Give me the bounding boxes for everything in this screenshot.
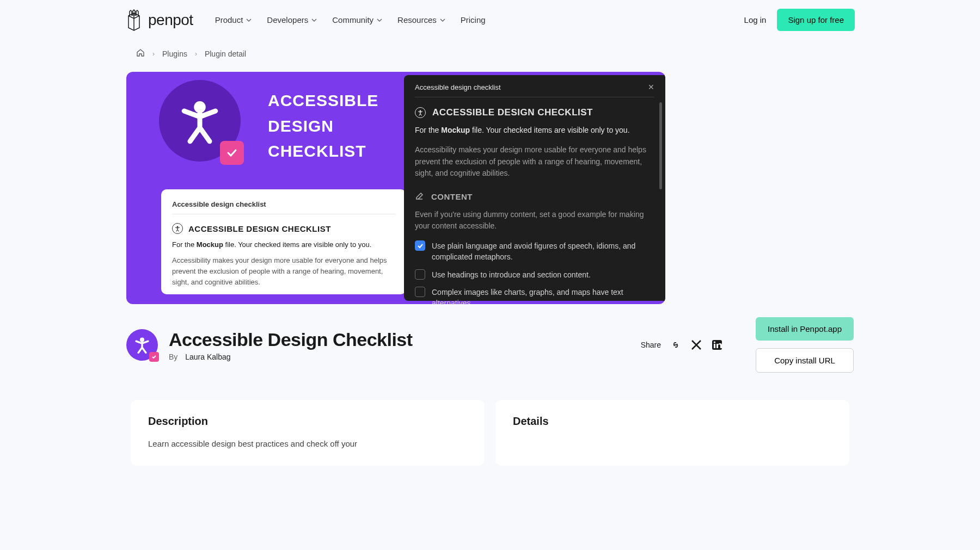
dark-tab: Accessible design checklist ✕ xyxy=(415,83,654,97)
sub-bold: Mockup xyxy=(441,126,470,134)
action-buttons: Install in Penpot.app Copy install URL xyxy=(756,317,854,373)
breadcrumb: › Plugins › Plugin detail xyxy=(0,40,980,72)
edit-icon xyxy=(415,191,425,201)
check-label: Use plain language and avoid figures of … xyxy=(432,240,654,263)
check-item-1: Use headings to introduce and section co… xyxy=(415,269,654,280)
nav-resources-label: Resources xyxy=(397,15,437,24)
details-title: Details xyxy=(513,415,832,428)
checkmark-icon xyxy=(225,146,238,159)
light-card-desc: Accessibility makes your design more usa… xyxy=(172,255,395,288)
sub-bold: Mockup xyxy=(197,240,223,249)
nav-product-label: Product xyxy=(215,15,243,24)
nav-developers[interactable]: Developers xyxy=(267,15,317,24)
check-label: Complex images like charts, graphs, and … xyxy=(432,287,654,304)
description-panel: Description Learn accessible design best… xyxy=(131,400,485,466)
header-actions: Log in Sign up for free xyxy=(744,9,855,31)
sub-prefix: For the xyxy=(415,126,441,134)
sub-suffix: file. Your checked items are visible onl… xyxy=(223,240,371,249)
light-card-head-text: ACCESSIBLE DESIGN CHECKLIST xyxy=(188,224,331,233)
check-label: Use headings to introduce and section co… xyxy=(432,269,591,280)
checkbox[interactable] xyxy=(415,269,425,280)
penpot-icon xyxy=(125,9,143,31)
scrollbar[interactable] xyxy=(659,102,662,189)
dark-section-head: CONTENT xyxy=(415,191,654,201)
person-icon xyxy=(175,96,224,145)
share-linkedin-icon[interactable] xyxy=(711,339,723,351)
chevron-down-icon xyxy=(377,17,382,23)
plugin-title: Accessible Design Checklist xyxy=(169,329,413,350)
brand-name: penpot xyxy=(148,11,193,29)
share-link-icon[interactable] xyxy=(670,339,682,351)
dark-tab-label: Accessible design checklist xyxy=(415,83,501,91)
breadcrumb-plugins[interactable]: Plugins xyxy=(162,50,187,58)
light-card-tab: Accessible design checklist xyxy=(172,200,395,214)
share-x-icon[interactable] xyxy=(690,339,702,351)
chevron-down-icon xyxy=(440,17,445,23)
checkmark-icon xyxy=(151,354,157,360)
description-body: Learn accessible design best practices a… xyxy=(148,437,467,450)
sub-prefix: For the xyxy=(172,240,197,249)
check-badge-icon xyxy=(149,352,159,362)
checkmark-icon xyxy=(417,243,424,249)
login-link[interactable]: Log in xyxy=(744,15,767,24)
accessibility-mini-icon xyxy=(172,223,183,234)
dark-desc: Accessibility makes your design more usa… xyxy=(415,144,654,180)
check-badge-icon xyxy=(220,141,244,165)
plugin-title-block: Accessible Design Checklist By Laura Kal… xyxy=(169,329,413,361)
main-header: penpot Product Developers Community Reso… xyxy=(0,0,980,40)
nav-community-label: Community xyxy=(332,15,373,24)
plugin-icon xyxy=(126,329,158,361)
content-row: Description Learn accessible design best… xyxy=(131,400,849,466)
accessibility-mini-icon xyxy=(415,107,426,118)
details-panel: Details xyxy=(495,400,849,466)
dark-head-text: ACCESSIBLE DESIGN CHECKLIST xyxy=(432,107,593,118)
dark-sub: For the Mockup file. Your checked items … xyxy=(415,126,654,134)
check-item-2: Complex images like charts, graphs, and … xyxy=(415,287,654,304)
person-icon xyxy=(133,336,151,354)
share-block: Share xyxy=(641,339,723,351)
light-card-sub: For the Mockup file. Your checked items … xyxy=(172,240,395,249)
home-icon xyxy=(136,48,145,57)
nav-pricing-label: Pricing xyxy=(461,15,486,24)
breadcrumb-current: Plugin detail xyxy=(205,50,246,58)
accessibility-icon xyxy=(159,80,241,162)
chevron-right-icon: › xyxy=(195,50,197,58)
author-name: Laura Kalbag xyxy=(185,353,230,361)
signup-button[interactable]: Sign up for free xyxy=(777,9,855,31)
nav-product[interactable]: Product xyxy=(215,15,252,24)
check-item-0: Use plain language and avoid figures of … xyxy=(415,240,654,263)
by-label: By xyxy=(169,353,177,361)
share-label: Share xyxy=(641,341,661,349)
breadcrumb-home[interactable] xyxy=(136,48,145,59)
close-icon[interactable]: ✕ xyxy=(648,83,654,91)
checkbox[interactable] xyxy=(415,287,425,297)
light-card-head: ACCESSIBLE DESIGN CHECKLIST xyxy=(172,223,395,234)
svg-rect-5 xyxy=(714,344,715,348)
nav-community[interactable]: Community xyxy=(332,15,382,24)
brand-logo[interactable]: penpot xyxy=(125,9,193,31)
hero-dark-card: Accessible design checklist ✕ ACCESSIBLE… xyxy=(404,75,665,301)
nav-developers-label: Developers xyxy=(267,15,308,24)
description-title: Description xyxy=(148,415,467,428)
hero-image: ACCESSIBLE DESIGN CHECKLIST Accessible d… xyxy=(126,72,665,304)
sub-suffix: file. Your checked items are visible onl… xyxy=(470,126,629,134)
dark-head: ACCESSIBLE DESIGN CHECKLIST xyxy=(415,107,654,118)
checkbox[interactable] xyxy=(415,240,425,251)
plugin-author: By Laura Kalbag xyxy=(169,353,413,361)
hero-light-card: Accessible design checklist ACCESSIBLE D… xyxy=(161,189,406,294)
hero-icon-wrap xyxy=(159,80,241,162)
dark-section-label: CONTENT xyxy=(431,192,473,201)
copy-url-button[interactable]: Copy install URL xyxy=(756,348,854,373)
dark-section-desc: Even if you're using dummy content, set … xyxy=(415,209,654,232)
chevron-down-icon xyxy=(246,17,252,23)
nav-pricing[interactable]: Pricing xyxy=(461,15,486,24)
hero-title: ACCESSIBLE DESIGN CHECKLIST xyxy=(268,88,404,164)
chevron-right-icon: › xyxy=(152,50,155,58)
main-nav: Product Developers Community Resources P… xyxy=(215,15,486,24)
plugin-header: Accessible Design Checklist By Laura Kal… xyxy=(126,317,854,373)
chevron-down-icon xyxy=(311,17,317,23)
svg-point-6 xyxy=(714,341,715,343)
install-button[interactable]: Install in Penpot.app xyxy=(756,317,854,341)
nav-resources[interactable]: Resources xyxy=(397,15,445,24)
